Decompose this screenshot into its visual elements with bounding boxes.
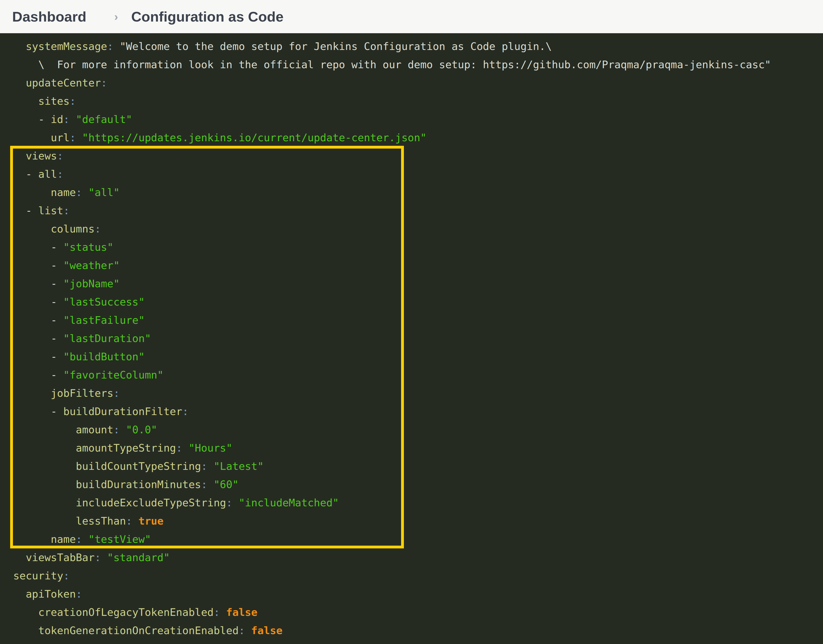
code-line: - id: "default" — [13, 110, 823, 129]
code-block: systemMessage: "Welcome to the demo setu… — [13, 37, 823, 640]
code-line: includeExcludeTypeString: "includeMatche… — [13, 494, 823, 512]
code-line: columns: — [13, 220, 823, 238]
breadcrumb-item-configuration-as-code[interactable]: Configuration as Code — [131, 8, 283, 25]
code-line: security: — [13, 567, 823, 585]
code-area: systemMessage: "Welcome to the demo setu… — [0, 33, 823, 644]
code-line: systemMessage: "Welcome to the demo setu… — [13, 37, 823, 55]
breadcrumb: Dashboard › Configuration as Code — [0, 0, 823, 33]
code-line: - "jobName" — [13, 274, 823, 293]
code-line: name: "all" — [13, 183, 823, 202]
code-line: amount: "0.0" — [13, 421, 823, 439]
code-line: lessThan: true — [13, 512, 823, 530]
code-line: - "favoriteColumn" — [13, 366, 823, 384]
code-line: buildDurationMinutes: "60" — [13, 475, 823, 494]
code-line: jobFilters: — [13, 384, 823, 402]
code-line: apiToken: — [13, 585, 823, 603]
code-line: - "status" — [13, 238, 823, 256]
code-line: viewsTabBar: "standard" — [13, 548, 823, 567]
breadcrumb-separator-icon: › — [114, 11, 118, 23]
code-line: - list: — [13, 202, 823, 220]
code-line: sites: — [13, 92, 823, 110]
code-line: url: "https://updates.jenkins.io/current… — [13, 129, 823, 147]
code-line: views: — [13, 147, 823, 165]
breadcrumb-item-dashboard[interactable]: Dashboard — [12, 8, 86, 25]
code-line: - "lastFailure" — [13, 311, 823, 330]
code-line: \ For more information look in the offic… — [13, 55, 823, 74]
code-line: - "lastDuration" — [13, 330, 823, 348]
code-line: - "lastSuccess" — [13, 293, 823, 311]
code-line: - all: — [13, 165, 823, 183]
code-line: name: "testView" — [13, 530, 823, 548]
code-line: - "weather" — [13, 256, 823, 274]
code-line: creationOfLegacyTokenEnabled: false — [13, 603, 823, 621]
code-line: updateCenter: — [13, 74, 823, 92]
code-line: - buildDurationFilter: — [13, 402, 823, 421]
code-line: buildCountTypeString: "Latest" — [13, 457, 823, 475]
code-line: tokenGenerationOnCreationEnabled: false — [13, 621, 823, 640]
code-line: - "buildButton" — [13, 348, 823, 366]
code-line: amountTypeString: "Hours" — [13, 439, 823, 457]
